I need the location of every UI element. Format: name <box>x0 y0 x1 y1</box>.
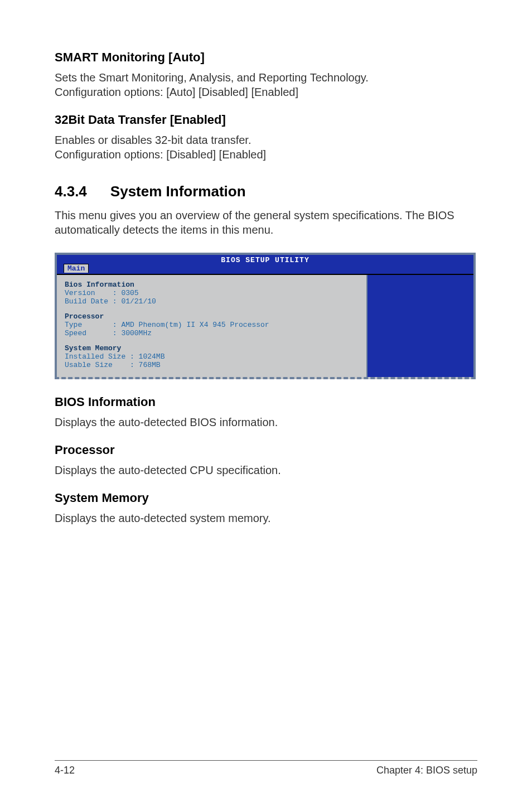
bios-field-line: Installed Size : 1024MB <box>65 352 359 361</box>
section-title: System Information <box>110 183 246 200</box>
bios-content-pane: Bios Information Version : 0305 Build Da… <box>57 275 367 377</box>
bios-info-block: Bios Information Version : 0305 Build Da… <box>65 281 359 306</box>
paragraph: Displays the auto-detected system memory… <box>55 511 477 525</box>
text-line: Configuration options: [Disabled] [Enabl… <box>55 148 266 161</box>
heading-32bit-data-transfer: 32Bit Data Transfer [Enabled] <box>55 113 477 127</box>
bios-info-block: Processor Type : AMD Phenom(tm) II X4 94… <box>65 312 359 337</box>
bios-tab-main: Main <box>64 264 89 273</box>
bios-window: BIOS SETUP UTILITY Main Bios Information… <box>55 253 476 379</box>
text-line: Enables or disables 32-bit data transfer… <box>55 134 251 146</box>
bios-screenshot: BIOS SETUP UTILITY Main Bios Information… <box>55 253 477 379</box>
paragraph: Displays the auto-detected BIOS informat… <box>55 415 477 429</box>
chapter-label: Chapter 4: BIOS setup <box>376 765 477 776</box>
bios-title: BIOS SETUP UTILITY <box>57 256 473 264</box>
heading-smart-monitoring: SMART Monitoring [Auto] <box>55 50 477 65</box>
bios-info-block: System Memory Installed Size : 1024MB Us… <box>65 344 359 369</box>
bios-field-line: Version : 0305 <box>65 289 359 297</box>
page-footer: 4-12 Chapter 4: BIOS setup <box>55 765 477 776</box>
paragraph: Sets the Smart Monitoring, Analysis, and… <box>55 70 477 99</box>
bios-group-heading: Processor <box>65 312 359 321</box>
text-line: Configuration options: [Auto] [Disabled]… <box>55 86 298 98</box>
section-heading-row: 4.3.4 System Information <box>55 183 477 200</box>
footer-rule <box>55 760 477 761</box>
bios-field-line: Usable Size : 768MB <box>65 361 359 369</box>
section-number: 4.3.4 <box>55 183 87 200</box>
heading-bios-information: BIOS Information <box>55 395 477 409</box>
bios-field-line: Speed : 3000MHz <box>65 329 359 337</box>
text-line: Sets the Smart Monitoring, Analysis, and… <box>55 71 369 84</box>
bios-field-line: Build Date : 01/21/10 <box>65 297 359 306</box>
heading-processor: Processor <box>55 443 477 457</box>
heading-system-memory: System Memory <box>55 491 477 505</box>
paragraph: Enables or disables 32-bit data transfer… <box>55 133 477 162</box>
paragraph: This menu gives you an overview of the g… <box>55 208 477 237</box>
paragraph: Displays the auto-detected CPU specifica… <box>55 463 477 477</box>
bios-group-heading: Bios Information <box>65 281 359 289</box>
bios-header: BIOS SETUP UTILITY Main <box>57 255 473 275</box>
bios-group-heading: System Memory <box>65 344 359 352</box>
bios-field-line: Type : AMD Phenom(tm) II X4 945 Processo… <box>65 321 359 329</box>
bios-body: Bios Information Version : 0305 Build Da… <box>57 275 473 377</box>
bios-side-pane <box>367 275 473 377</box>
page-number: 4-12 <box>55 765 75 776</box>
